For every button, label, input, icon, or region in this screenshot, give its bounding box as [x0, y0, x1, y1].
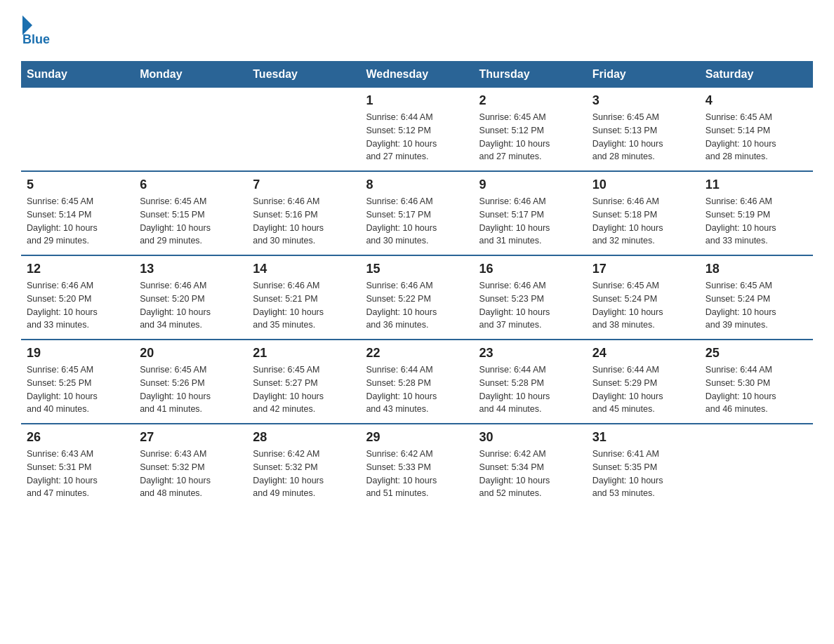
calendar-cell: 3Sunrise: 6:45 AMSunset: 5:13 PMDaylight… — [587, 88, 700, 171]
calendar-cell: 31Sunrise: 6:41 AMSunset: 5:35 PMDayligh… — [587, 424, 700, 507]
calendar-week-row: 12Sunrise: 6:46 AMSunset: 5:20 PMDayligh… — [21, 255, 813, 340]
day-number: 13 — [140, 262, 241, 276]
calendar-cell: 1Sunrise: 6:44 AMSunset: 5:12 PMDaylight… — [360, 88, 473, 171]
day-number: 26 — [27, 430, 128, 445]
day-info: Sunrise: 6:45 AMSunset: 5:27 PMDaylight:… — [253, 363, 355, 416]
col-header-sunday: Sunday — [21, 61, 134, 88]
day-number: 10 — [593, 177, 694, 192]
calendar-cell: 9Sunrise: 6:46 AMSunset: 5:17 PMDaylight… — [474, 171, 587, 255]
day-info: Sunrise: 6:42 AMSunset: 5:33 PMDaylight:… — [366, 448, 468, 500]
calendar-cell — [21, 88, 134, 171]
calendar-week-row: 26Sunrise: 6:43 AMSunset: 5:31 PMDayligh… — [21, 424, 813, 507]
day-number: 25 — [706, 346, 807, 361]
logo: Blue — [21, 14, 50, 47]
day-info: Sunrise: 6:46 AMSunset: 5:17 PMDaylight:… — [366, 195, 468, 248]
day-info: Sunrise: 6:45 AMSunset: 5:14 PMDaylight:… — [706, 111, 807, 163]
col-header-tuesday: Tuesday — [247, 61, 360, 88]
day-info: Sunrise: 6:46 AMSunset: 5:18 PMDaylight:… — [593, 195, 694, 248]
day-info: Sunrise: 6:46 AMSunset: 5:20 PMDaylight:… — [27, 279, 128, 332]
calendar-cell: 15Sunrise: 6:46 AMSunset: 5:22 PMDayligh… — [360, 255, 473, 340]
day-number: 22 — [366, 346, 468, 361]
day-info: Sunrise: 6:44 AMSunset: 5:28 PMDaylight:… — [366, 363, 468, 416]
day-info: Sunrise: 6:44 AMSunset: 5:29 PMDaylight:… — [593, 363, 694, 416]
calendar-cell: 14Sunrise: 6:46 AMSunset: 5:21 PMDayligh… — [247, 255, 360, 340]
day-number: 7 — [253, 177, 355, 192]
day-number: 15 — [366, 262, 468, 276]
day-number: 24 — [593, 346, 694, 361]
day-number: 12 — [27, 262, 128, 276]
calendar-header-row: SundayMondayTuesdayWednesdayThursdayFrid… — [21, 61, 813, 88]
calendar-cell: 20Sunrise: 6:45 AMSunset: 5:26 PMDayligh… — [134, 340, 247, 424]
day-number: 31 — [593, 430, 694, 445]
day-info: Sunrise: 6:45 AMSunset: 5:24 PMDaylight:… — [706, 279, 807, 332]
day-number: 17 — [593, 262, 694, 276]
day-info: Sunrise: 6:45 AMSunset: 5:26 PMDaylight:… — [140, 363, 241, 416]
day-number: 14 — [253, 262, 355, 276]
day-number: 20 — [140, 346, 241, 361]
day-info: Sunrise: 6:45 AMSunset: 5:25 PMDaylight:… — [27, 363, 128, 416]
calendar-cell: 26Sunrise: 6:43 AMSunset: 5:31 PMDayligh… — [21, 424, 134, 507]
calendar-cell: 28Sunrise: 6:42 AMSunset: 5:32 PMDayligh… — [247, 424, 360, 507]
logo-subtitle: Blue — [22, 32, 50, 47]
day-number: 18 — [706, 262, 807, 276]
col-header-wednesday: Wednesday — [360, 61, 473, 88]
day-info: Sunrise: 6:45 AMSunset: 5:14 PMDaylight:… — [27, 195, 128, 248]
col-header-thursday: Thursday — [474, 61, 587, 88]
day-number: 30 — [479, 430, 581, 445]
calendar-cell: 23Sunrise: 6:44 AMSunset: 5:28 PMDayligh… — [474, 340, 587, 424]
day-info: Sunrise: 6:41 AMSunset: 5:35 PMDaylight:… — [593, 448, 694, 500]
day-info: Sunrise: 6:46 AMSunset: 5:22 PMDaylight:… — [366, 279, 468, 332]
day-number: 9 — [479, 177, 581, 192]
calendar-week-row: 5Sunrise: 6:45 AMSunset: 5:14 PMDaylight… — [21, 171, 813, 255]
calendar-cell: 17Sunrise: 6:45 AMSunset: 5:24 PMDayligh… — [587, 255, 700, 340]
day-info: Sunrise: 6:45 AMSunset: 5:13 PMDaylight:… — [593, 111, 694, 163]
calendar-cell: 6Sunrise: 6:45 AMSunset: 5:15 PMDaylight… — [134, 171, 247, 255]
day-info: Sunrise: 6:45 AMSunset: 5:24 PMDaylight:… — [593, 279, 694, 332]
calendar-cell — [134, 88, 247, 171]
calendar-cell — [247, 88, 360, 171]
day-info: Sunrise: 6:43 AMSunset: 5:31 PMDaylight:… — [27, 448, 128, 500]
day-number: 2 — [479, 93, 581, 108]
day-number: 5 — [27, 177, 128, 192]
calendar-cell: 13Sunrise: 6:46 AMSunset: 5:20 PMDayligh… — [134, 255, 247, 340]
page-header: Blue — [21, 14, 813, 47]
day-number: 23 — [479, 346, 581, 361]
day-number: 8 — [366, 177, 468, 192]
calendar-cell: 11Sunrise: 6:46 AMSunset: 5:19 PMDayligh… — [700, 171, 813, 255]
day-info: Sunrise: 6:46 AMSunset: 5:17 PMDaylight:… — [479, 195, 581, 248]
calendar-cell: 21Sunrise: 6:45 AMSunset: 5:27 PMDayligh… — [247, 340, 360, 424]
calendar-cell: 12Sunrise: 6:46 AMSunset: 5:20 PMDayligh… — [21, 255, 134, 340]
day-info: Sunrise: 6:43 AMSunset: 5:32 PMDaylight:… — [140, 448, 241, 500]
day-info: Sunrise: 6:46 AMSunset: 5:16 PMDaylight:… — [253, 195, 355, 248]
calendar-cell: 29Sunrise: 6:42 AMSunset: 5:33 PMDayligh… — [360, 424, 473, 507]
calendar-week-row: 1Sunrise: 6:44 AMSunset: 5:12 PMDaylight… — [21, 88, 813, 171]
day-number: 3 — [593, 93, 694, 108]
calendar-cell: 10Sunrise: 6:46 AMSunset: 5:18 PMDayligh… — [587, 171, 700, 255]
calendar-cell — [700, 424, 813, 507]
day-number: 1 — [366, 93, 468, 108]
calendar-table: SundayMondayTuesdayWednesdayThursdayFrid… — [21, 61, 813, 507]
day-info: Sunrise: 6:46 AMSunset: 5:19 PMDaylight:… — [706, 195, 807, 248]
day-info: Sunrise: 6:46 AMSunset: 5:21 PMDaylight:… — [253, 279, 355, 332]
day-number: 27 — [140, 430, 241, 445]
day-info: Sunrise: 6:46 AMSunset: 5:20 PMDaylight:… — [140, 279, 241, 332]
day-info: Sunrise: 6:45 AMSunset: 5:15 PMDaylight:… — [140, 195, 241, 248]
col-header-monday: Monday — [134, 61, 247, 88]
day-number: 21 — [253, 346, 355, 361]
calendar-cell: 5Sunrise: 6:45 AMSunset: 5:14 PMDaylight… — [21, 171, 134, 255]
day-number: 4 — [706, 93, 807, 108]
calendar-cell: 8Sunrise: 6:46 AMSunset: 5:17 PMDaylight… — [360, 171, 473, 255]
day-number: 6 — [140, 177, 241, 192]
calendar-cell: 24Sunrise: 6:44 AMSunset: 5:29 PMDayligh… — [587, 340, 700, 424]
calendar-cell: 25Sunrise: 6:44 AMSunset: 5:30 PMDayligh… — [700, 340, 813, 424]
day-number: 11 — [706, 177, 807, 192]
calendar-cell: 4Sunrise: 6:45 AMSunset: 5:14 PMDaylight… — [700, 88, 813, 171]
day-info: Sunrise: 6:45 AMSunset: 5:12 PMDaylight:… — [479, 111, 581, 163]
col-header-saturday: Saturday — [700, 61, 813, 88]
calendar-cell: 18Sunrise: 6:45 AMSunset: 5:24 PMDayligh… — [700, 255, 813, 340]
day-info: Sunrise: 6:42 AMSunset: 5:32 PMDaylight:… — [253, 448, 355, 500]
day-number: 16 — [479, 262, 581, 276]
day-number: 29 — [366, 430, 468, 445]
calendar-cell: 16Sunrise: 6:46 AMSunset: 5:23 PMDayligh… — [474, 255, 587, 340]
calendar-cell: 27Sunrise: 6:43 AMSunset: 5:32 PMDayligh… — [134, 424, 247, 507]
